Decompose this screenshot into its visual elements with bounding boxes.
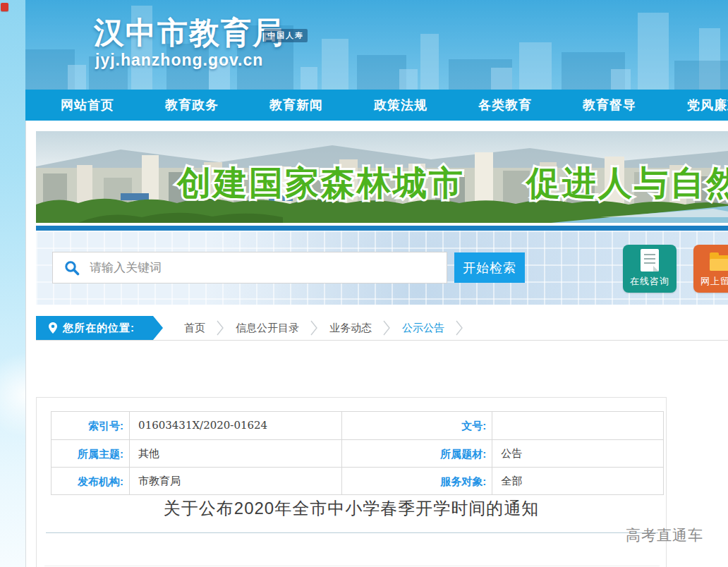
page: { "site": { "logo_title": "汉中市教育局", "log… <box>0 0 728 567</box>
chevron-separator-icon <box>456 319 463 337</box>
divider-strip <box>36 226 728 231</box>
banner-slogan-right: 促进人与自然和谐 <box>525 164 728 202</box>
site-logo-title: 汉中市教育局 <box>94 13 284 54</box>
online-consult-button[interactable]: 在线咨询 <box>623 245 677 293</box>
search-box <box>52 252 447 284</box>
article-container: 索引号: 01603431X/2020-01624 文号: 所属主题: 其他 所… <box>36 397 667 567</box>
chevron-separator-icon <box>310 319 318 337</box>
breadcrumb-items: 首页 信息公开目录 业务动态 公示公告 <box>173 319 463 337</box>
document-metadata-table: 索引号: 01603431X/2020-01624 文号: 所属主题: 其他 所… <box>51 411 664 495</box>
breadcrumb-label: 您所在的位置: <box>36 316 163 340</box>
online-message-button[interactable]: 网上留言 <box>693 245 728 293</box>
meta-value-service-target: 全部 <box>492 467 663 494</box>
nav-item-education-types[interactable]: 各类教育 <box>453 90 557 121</box>
nav-item-education-news[interactable]: 教育新闻 <box>244 90 348 121</box>
bottom-divider <box>44 566 660 566</box>
watermark-text: 高考直通车 <box>626 525 703 545</box>
chevron-separator-icon <box>217 319 224 337</box>
nav-item-policies[interactable]: 政策法规 <box>348 90 453 121</box>
banner-cityscape-image: 创建国家森林城市 促进人与自然和谐 <box>36 131 728 223</box>
nav-item-education-affairs[interactable]: 教育政务 <box>140 90 244 121</box>
folder-icon <box>710 255 728 271</box>
breadcrumb-item-home[interactable]: 首页 <box>173 322 217 335</box>
meta-value-doc-number <box>492 412 663 439</box>
meta-label-genre: 所属题材: <box>341 439 492 467</box>
search-icon <box>64 260 80 276</box>
chevron-separator-icon <box>383 319 391 337</box>
breadcrumb-label-text: 您所在的位置: <box>63 322 135 335</box>
meta-value-index-number: 01603431X/2020-01624 <box>129 412 341 439</box>
meta-value-publisher: 市教育局 <box>129 467 341 494</box>
meta-label-service-target: 服务对象: <box>341 467 492 494</box>
breadcrumb-item-announcements[interactable]: 公示公告 <box>391 322 456 335</box>
search-input[interactable] <box>88 252 447 284</box>
online-message-label: 网上留言 <box>700 275 728 288</box>
promo-banner: 创建国家森林城市 促进人与自然和谐 <box>36 131 728 223</box>
search-submit-button[interactable]: 开始检索 <box>454 252 525 283</box>
main-content-panel: 创建国家森林城市 促进人与自然和谐 开始检索 在线咨询 网上留言 <box>25 121 728 567</box>
nav-item-home[interactable]: 网站首页 <box>35 90 140 121</box>
meta-label-index-number: 索引号: <box>51 412 129 439</box>
red-lantern-decoration <box>1 3 8 11</box>
building-sign-text: 中国人寿 <box>264 29 308 42</box>
site-header-banner: 汉中市教育局 jyj.hanzhong.gov.cn 中国人寿 <box>25 0 728 90</box>
document-icon <box>641 249 659 272</box>
site-logo-url: jyj.hanzhong.gov.cn <box>95 51 263 70</box>
meta-value-genre: 公告 <box>492 439 663 467</box>
article-title: 关于公布2020年全市中小学春季开学时间的通知 <box>37 497 666 520</box>
meta-label-doc-number: 文号: <box>341 412 492 439</box>
breadcrumb-item-business-news[interactable]: 业务动态 <box>318 322 383 335</box>
breadcrumb-item-info-directory[interactable]: 信息公开目录 <box>224 322 310 335</box>
main-navigation: 网站首页 教育政务 教育新闻 政策法规 各类教育 教育督导 党风廉政 <box>25 90 728 121</box>
breadcrumb: 您所在的位置: 首页 信息公开目录 业务动态 公示公告 <box>36 316 728 341</box>
meta-label-topic: 所属主题: <box>51 439 129 467</box>
meta-value-topic: 其他 <box>129 439 341 467</box>
nav-item-supervision[interactable]: 教育督导 <box>557 90 662 121</box>
meta-label-publisher: 发布机构: <box>51 467 129 494</box>
title-divider <box>46 532 658 533</box>
location-pin-icon <box>49 322 57 334</box>
online-consult-label: 在线咨询 <box>630 275 669 288</box>
banner-slogan-left: 创建国家森林城市 <box>176 164 465 202</box>
nav-item-party-conduct[interactable]: 党风廉政 <box>662 90 728 121</box>
search-section: 开始检索 在线咨询 网上留言 <box>36 231 728 305</box>
